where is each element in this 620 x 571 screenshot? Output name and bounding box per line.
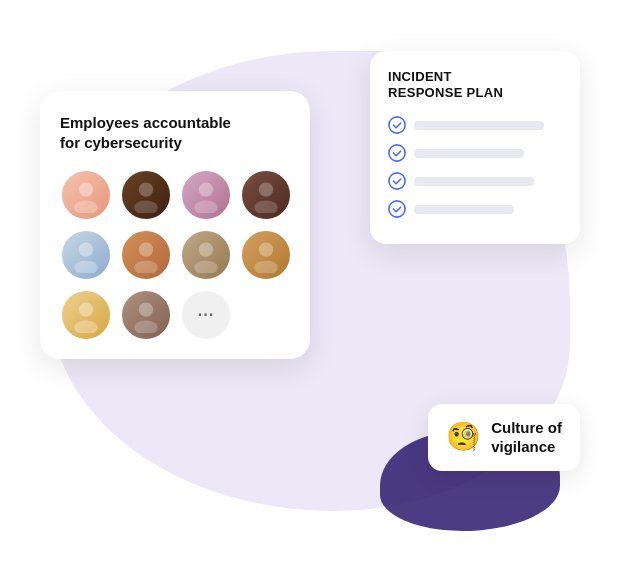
- avatar-7: [180, 229, 232, 281]
- svg-point-15: [254, 260, 277, 273]
- employees-card: Employees accountablefor cybersecurity: [40, 91, 310, 360]
- checklist-item-2: [388, 144, 562, 162]
- svg-point-3: [134, 200, 157, 213]
- check-icon-4: [388, 200, 406, 218]
- svg-point-20: [389, 117, 405, 133]
- culture-label: Culture ofvigilance: [491, 418, 562, 457]
- check-icon-1: [388, 116, 406, 134]
- checklist-item-1: [388, 116, 562, 134]
- checklist-item-4: [388, 200, 562, 218]
- svg-point-14: [259, 242, 273, 256]
- svg-point-19: [134, 320, 157, 333]
- avatar-3: [180, 169, 232, 221]
- checklist-item-3: [388, 172, 562, 190]
- avatar-8: [240, 229, 292, 281]
- svg-point-2: [139, 182, 153, 196]
- svg-point-5: [194, 200, 217, 213]
- culture-card: 🧐 Culture ofvigilance: [428, 404, 580, 471]
- scene: Employees accountablefor cybersecurity: [20, 21, 600, 551]
- avatar-6: [120, 229, 172, 281]
- svg-point-4: [199, 182, 213, 196]
- svg-point-21: [389, 145, 405, 161]
- svg-point-12: [199, 242, 213, 256]
- svg-point-16: [79, 302, 93, 316]
- incident-response-card: INCIDENTRESPONSE PLAN: [370, 51, 580, 245]
- svg-point-13: [194, 260, 217, 273]
- avatar-2: [120, 169, 172, 221]
- incident-card-title: INCIDENTRESPONSE PLAN: [388, 69, 562, 103]
- svg-point-11: [134, 260, 157, 273]
- checklist-line-4: [414, 205, 514, 214]
- svg-point-1: [74, 200, 97, 213]
- avatar-5: [60, 229, 112, 281]
- avatar-1: [60, 169, 112, 221]
- checklist-line-2: [414, 149, 524, 158]
- avatar-4: [240, 169, 292, 221]
- check-icon-3: [388, 172, 406, 190]
- svg-point-0: [79, 182, 93, 196]
- avatars-grid: ···: [60, 169, 290, 341]
- avatar-10: [120, 289, 172, 341]
- svg-point-10: [139, 242, 153, 256]
- checklist-line-3: [414, 177, 534, 186]
- checklist-line-1: [414, 121, 544, 130]
- culture-emoji: 🧐: [446, 419, 481, 455]
- svg-point-17: [74, 320, 97, 333]
- svg-point-6: [259, 182, 273, 196]
- svg-point-8: [79, 242, 93, 256]
- check-icon-2: [388, 144, 406, 162]
- svg-point-9: [74, 260, 97, 273]
- employees-card-title: Employees accountablefor cybersecurity: [60, 113, 290, 154]
- svg-point-18: [139, 302, 153, 316]
- avatar-9: [60, 289, 112, 341]
- svg-point-23: [389, 201, 405, 217]
- svg-point-7: [254, 200, 277, 213]
- svg-point-22: [389, 173, 405, 189]
- avatar-more: ···: [180, 289, 232, 341]
